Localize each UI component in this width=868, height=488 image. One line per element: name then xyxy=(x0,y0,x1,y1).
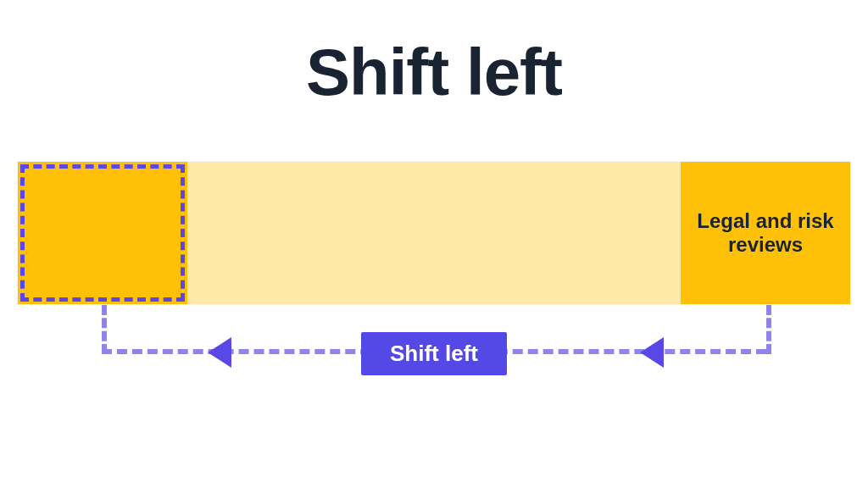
shift-left-pill: Shift left xyxy=(361,332,507,375)
arrow-left-icon xyxy=(208,337,231,368)
timeline-source-slot: Legal and risk reviews xyxy=(681,162,850,304)
arrow-left-icon xyxy=(640,337,664,368)
timeline-bar: Legal and risk reviews xyxy=(17,161,851,305)
timeline-middle xyxy=(187,162,681,304)
timeline-source-label: Legal and risk reviews xyxy=(693,209,838,256)
timeline-target-slot xyxy=(18,162,187,304)
connector-stub-left xyxy=(102,305,107,354)
diagram-title: Shift left xyxy=(0,34,868,111)
connector-stub-right xyxy=(766,305,771,354)
shift-connector: Shift left xyxy=(17,305,851,407)
